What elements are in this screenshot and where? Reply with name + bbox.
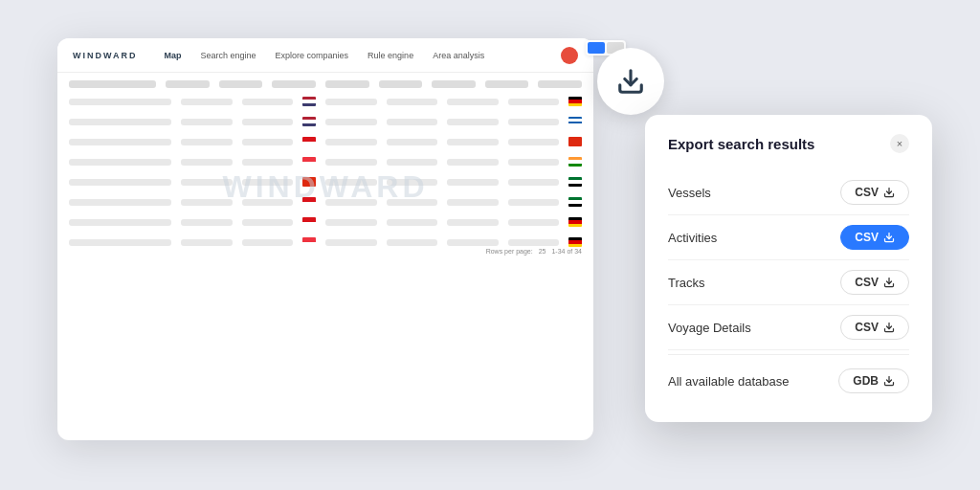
view-btn-grid[interactable] <box>588 42 605 54</box>
cell <box>69 219 171 226</box>
download-icon <box>616 67 645 96</box>
flag-icon <box>302 237 316 247</box>
export-label-voyage: Voyage Details <box>668 321 751 335</box>
cell <box>325 119 377 125</box>
export-row-activities: Activities CSV <box>668 215 909 260</box>
cell <box>508 239 560 246</box>
flag-icon <box>568 177 582 187</box>
export-label-tracks: Tracks <box>668 276 705 290</box>
col-flag <box>272 80 316 88</box>
flag-icon <box>568 137 582 146</box>
table-row <box>69 114 582 129</box>
export-row-vessels: Vessels CSV <box>668 170 909 215</box>
cell <box>69 139 171 145</box>
cell <box>447 199 499 206</box>
cell <box>447 179 499 186</box>
gdb-button[interactable]: GDB <box>838 368 909 393</box>
cell <box>387 159 438 166</box>
cell <box>69 179 171 186</box>
table-header <box>69 80 582 88</box>
csv-button-activities[interactable]: CSV <box>840 225 909 250</box>
cell <box>69 159 171 166</box>
cell <box>447 139 499 145</box>
csv-button-vessels[interactable]: CSV <box>840 180 909 205</box>
cell <box>242 219 294 226</box>
cell <box>325 99 377 105</box>
cell <box>447 159 499 166</box>
cell <box>325 239 377 246</box>
download-circle-button[interactable] <box>597 48 664 115</box>
csv-button-voyage[interactable]: CSV <box>840 315 909 340</box>
download-icon-database <box>883 375 895 387</box>
flag-icon <box>568 237 582 247</box>
flag-icon <box>568 217 582 227</box>
cell <box>242 159 294 166</box>
export-label-database: All available database <box>668 374 789 389</box>
cell <box>508 219 560 226</box>
gdb-label: GDB <box>853 374 879 388</box>
col-imo <box>166 80 210 88</box>
download-icon-vessels <box>883 187 895 198</box>
flag-icon <box>568 157 582 167</box>
pagination: Rows per page: 25 1-34 of 34 <box>486 248 582 255</box>
cell <box>181 219 233 226</box>
cell <box>181 99 233 105</box>
avatar <box>561 47 578 64</box>
export-label-activities: Activities <box>668 231 717 245</box>
cell <box>387 99 438 105</box>
download-icon-tracks <box>883 277 895 288</box>
cell <box>508 99 560 105</box>
cell <box>508 139 560 145</box>
cell <box>387 239 438 246</box>
cell <box>508 179 560 186</box>
divider <box>668 354 909 355</box>
cell <box>181 119 233 125</box>
close-button[interactable]: × <box>890 134 909 153</box>
nav-item-rule[interactable]: Rule engine <box>368 51 413 60</box>
flag-icon <box>302 97 316 106</box>
flag-icon <box>302 217 316 227</box>
cell <box>508 119 560 125</box>
col-subclass <box>379 80 423 88</box>
table-row <box>69 154 582 169</box>
nav-item-map[interactable]: Map <box>165 51 182 60</box>
cell <box>69 99 171 105</box>
nav-logo: WINDWARD <box>73 51 138 60</box>
csv-label-activities: CSV <box>855 231 879 244</box>
download-icon-voyage <box>883 322 895 333</box>
cell <box>447 219 499 226</box>
csv-button-tracks[interactable]: CSV <box>840 270 909 295</box>
table-row <box>69 94 582 109</box>
table-row <box>69 134 582 149</box>
nav-bar: WINDWARD Map Search engine Explore compa… <box>57 38 593 73</box>
export-row-voyage: Voyage Details CSV <box>668 305 909 350</box>
csv-label-vessels: CSV <box>855 186 879 199</box>
cell <box>387 139 438 145</box>
cell <box>447 99 499 105</box>
nav-item-search[interactable]: Search engine <box>201 51 256 60</box>
cell <box>69 199 171 206</box>
rows-per-page-value[interactable]: 25 <box>539 248 546 255</box>
cell <box>508 199 560 206</box>
rows-per-page-label: Rows per page: <box>486 248 533 255</box>
cell <box>69 239 171 246</box>
cell <box>181 139 233 145</box>
export-row-database: All available database GDB <box>668 359 909 403</box>
flag-icon <box>302 117 316 126</box>
table-area: WINDWARD Rows per page: 25 1-34 of 34 <box>57 73 593 262</box>
cell <box>242 239 294 246</box>
flag-icon <box>568 97 582 106</box>
export-label-vessels: Vessels <box>668 186 711 200</box>
nav-item-companies[interactable]: Explore companies <box>276 51 349 60</box>
export-title: Export search results <box>668 136 814 152</box>
csv-label-tracks: CSV <box>855 276 879 289</box>
csv-label-voyage: CSV <box>855 321 879 334</box>
nav-item-area[interactable]: Area analysis <box>433 51 484 60</box>
cell <box>447 239 499 246</box>
app-window: WINDWARD Map Search engine Explore compa… <box>57 38 593 440</box>
page-count: 1-34 of 34 <box>551 248 582 255</box>
export-panel-header: Export search results × <box>668 134 909 153</box>
flag-icon <box>568 197 582 207</box>
col-vessel-name <box>69 80 156 88</box>
cell <box>242 99 294 105</box>
